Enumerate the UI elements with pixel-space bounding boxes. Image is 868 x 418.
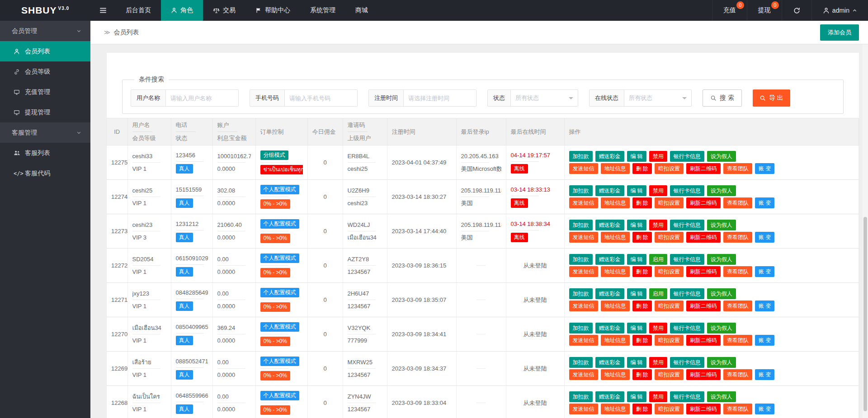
- nav-item-system[interactable]: 系统管理: [300, 0, 345, 21]
- username-input[interactable]: [166, 90, 238, 106]
- action-bank-card-info-button[interactable]: 银行卡信息: [670, 288, 704, 299]
- action-gift-bonus-button[interactable]: 赠送彩金: [595, 254, 624, 265]
- action-refresh-qrcode-button[interactable]: 刷新二维码: [686, 369, 721, 380]
- action-hidden-deduct-settings-button[interactable]: 暗扣设置: [655, 301, 684, 311]
- action-toggle-enable-button[interactable]: 禁用: [649, 151, 667, 162]
- action-hidden-deduct-settings-button[interactable]: 暗扣设置: [655, 197, 684, 208]
- action-hidden-deduct-settings-button[interactable]: 暗扣设置: [655, 335, 684, 346]
- action-account-change-button[interactable]: 账 变: [755, 369, 774, 380]
- action-refresh-qrcode-button[interactable]: 刷新二维码: [686, 197, 721, 208]
- action-refresh-qrcode-button[interactable]: 刷新二维码: [686, 404, 721, 414]
- action-toggle-enable-button[interactable]: 禁用: [649, 391, 667, 402]
- user-menu[interactable]: admin: [811, 0, 868, 21]
- sidebar-item-withdraw-management[interactable]: 提现管理: [0, 102, 90, 122]
- action-address-info-button[interactable]: 地址信息: [601, 232, 630, 243]
- action-set-fake-user-button[interactable]: 设为假人: [707, 151, 736, 162]
- action-edit-button[interactable]: 编 辑: [627, 185, 646, 196]
- action-send-sms-button[interactable]: 发送短信: [569, 197, 598, 208]
- action-view-team-button[interactable]: 查看团队: [723, 266, 752, 277]
- action-address-info-button[interactable]: 地址信息: [601, 404, 630, 414]
- action-gift-bonus-button[interactable]: 赠送彩金: [595, 220, 624, 230]
- refresh-icon[interactable]: [782, 0, 811, 21]
- action-delete-button[interactable]: 删 除: [632, 266, 652, 277]
- action-account-change-button[interactable]: 账 变: [755, 232, 774, 243]
- action-adjust-funds-button[interactable]: 加扣款: [569, 220, 593, 230]
- action-bank-card-info-button[interactable]: 银行卡信息: [670, 220, 704, 230]
- action-address-info-button[interactable]: 地址信息: [601, 301, 630, 311]
- sidebar-group-member-management[interactable]: 会员管理: [0, 21, 90, 41]
- action-refresh-qrcode-button[interactable]: 刷新二维码: [686, 232, 721, 243]
- action-gift-bonus-button[interactable]: 赠送彩金: [595, 323, 624, 333]
- action-refresh-qrcode-button[interactable]: 刷新二维码: [686, 266, 721, 277]
- status-select[interactable]: 所有状态: [511, 90, 578, 106]
- action-address-info-button[interactable]: 地址信息: [601, 197, 630, 208]
- action-bank-card-info-button[interactable]: 银行卡信息: [670, 151, 704, 162]
- action-hidden-deduct-settings-button[interactable]: 暗扣设置: [655, 232, 684, 243]
- action-send-sms-button[interactable]: 发送短信: [569, 404, 598, 414]
- action-account-change-button[interactable]: 账 变: [755, 266, 774, 277]
- action-view-team-button[interactable]: 查看团队: [723, 301, 752, 311]
- nav-item-trade[interactable]: 交易: [203, 0, 245, 21]
- action-edit-button[interactable]: 编 辑: [627, 220, 646, 230]
- action-bank-card-info-button[interactable]: 银行卡信息: [670, 357, 704, 368]
- action-set-fake-user-button[interactable]: 设为假人: [707, 391, 736, 402]
- action-account-change-button[interactable]: 账 变: [755, 301, 774, 311]
- sidebar-item-member-level[interactable]: 会员等级: [0, 61, 90, 82]
- recharge-button[interactable]: 充值 0: [712, 0, 747, 21]
- vertical-scrollbar[interactable]: [863, 217, 867, 411]
- action-toggle-enable-button[interactable]: 禁用: [649, 323, 667, 333]
- action-gift-bonus-button[interactable]: 赠送彩金: [595, 391, 624, 402]
- action-address-info-button[interactable]: 地址信息: [601, 335, 630, 346]
- action-view-team-button[interactable]: 查看团队: [723, 163, 752, 174]
- sidebar-item-service-list[interactable]: 客服列表: [0, 143, 90, 163]
- action-edit-button[interactable]: 编 辑: [627, 151, 646, 162]
- action-account-change-button[interactable]: 账 变: [755, 163, 774, 174]
- phone-input[interactable]: [285, 90, 357, 106]
- action-send-sms-button[interactable]: 发送短信: [569, 232, 598, 243]
- action-send-sms-button[interactable]: 发送短信: [569, 266, 598, 277]
- action-gift-bonus-button[interactable]: 赠送彩金: [595, 357, 624, 368]
- action-view-team-button[interactable]: 查看团队: [723, 232, 752, 243]
- action-toggle-enable-button[interactable]: 禁用: [649, 220, 667, 230]
- action-view-team-button[interactable]: 查看团队: [723, 369, 752, 380]
- action-set-fake-user-button[interactable]: 设为假人: [707, 185, 736, 196]
- action-hidden-deduct-settings-button[interactable]: 暗扣设置: [655, 266, 684, 277]
- action-send-sms-button[interactable]: 发送短信: [569, 301, 598, 311]
- withdraw-button[interactable]: 提现 0: [747, 0, 782, 21]
- action-account-change-button[interactable]: 账 变: [755, 197, 774, 208]
- action-edit-button[interactable]: 编 辑: [627, 391, 646, 402]
- action-set-fake-user-button[interactable]: 设为假人: [707, 288, 736, 299]
- nav-item-home[interactable]: 后台首页: [116, 0, 161, 21]
- action-address-info-button[interactable]: 地址信息: [601, 163, 630, 174]
- action-edit-button[interactable]: 编 辑: [627, 357, 646, 368]
- nav-item-help[interactable]: 帮助中心: [245, 0, 300, 21]
- action-toggle-enable-button[interactable]: 启用: [649, 254, 667, 265]
- action-adjust-funds-button[interactable]: 加扣款: [569, 391, 593, 402]
- action-adjust-funds-button[interactable]: 加扣款: [569, 185, 593, 196]
- action-hidden-deduct-settings-button[interactable]: 暗扣设置: [655, 369, 684, 380]
- hamburger-menu-icon[interactable]: [90, 0, 116, 21]
- action-delete-button[interactable]: 删 除: [632, 301, 652, 311]
- action-send-sms-button[interactable]: 发送短信: [569, 369, 598, 380]
- action-toggle-enable-button[interactable]: 禁用: [649, 185, 667, 196]
- action-edit-button[interactable]: 编 辑: [627, 288, 646, 299]
- regtime-input[interactable]: [404, 90, 476, 106]
- action-edit-button[interactable]: 编 辑: [627, 323, 646, 333]
- action-bank-card-info-button[interactable]: 银行卡信息: [670, 254, 704, 265]
- action-refresh-qrcode-button[interactable]: 刷新二维码: [686, 301, 721, 311]
- action-gift-bonus-button[interactable]: 赠送彩金: [595, 288, 624, 299]
- action-set-fake-user-button[interactable]: 设为假人: [707, 254, 736, 265]
- action-bank-card-info-button[interactable]: 银行卡信息: [670, 323, 704, 333]
- action-adjust-funds-button[interactable]: 加扣款: [569, 323, 593, 333]
- action-bank-card-info-button[interactable]: 银行卡信息: [670, 185, 704, 196]
- sidebar-item-recharge-management[interactable]: 充值管理: [0, 82, 90, 102]
- action-view-team-button[interactable]: 查看团队: [723, 197, 752, 208]
- action-delete-button[interactable]: 删 除: [632, 163, 652, 174]
- action-view-team-button[interactable]: 查看团队: [723, 335, 752, 346]
- action-toggle-enable-button[interactable]: 禁用: [649, 357, 667, 368]
- sidebar-item-member-list[interactable]: 会员列表: [0, 41, 90, 61]
- action-toggle-enable-button[interactable]: 启用: [649, 288, 667, 299]
- action-send-sms-button[interactable]: 发送短信: [569, 163, 598, 174]
- action-refresh-qrcode-button[interactable]: 刷新二维码: [686, 335, 721, 346]
- action-refresh-qrcode-button[interactable]: 刷新二维码: [686, 163, 721, 174]
